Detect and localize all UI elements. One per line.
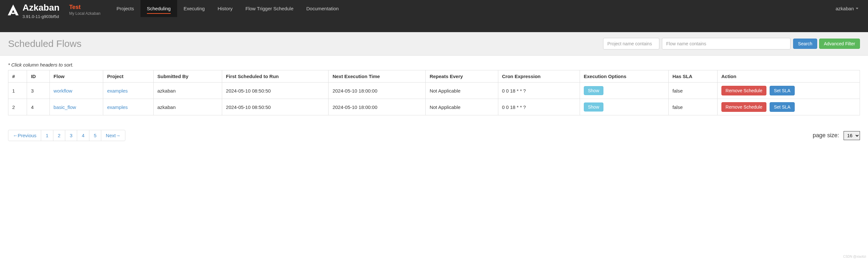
top-navbar: Azkaban 3.91.0-11-g903bf5d Test My Local… <box>0 0 868 32</box>
page-5[interactable]: 5 <box>89 130 101 141</box>
remove-schedule-button[interactable]: Remove Schedule <box>721 86 767 95</box>
flow-link[interactable]: basic_flow <box>54 104 76 110</box>
flow-filter-input[interactable] <box>662 38 790 50</box>
remove-schedule-button[interactable]: Remove Schedule <box>721 102 767 112</box>
nav-item-history[interactable]: History <box>211 0 239 17</box>
subheader: Scheduled Flows Search Advanced Filter <box>0 32 868 56</box>
instance-label: Test My Local Azkaban <box>69 0 100 16</box>
advanced-filter-button[interactable]: Advanced Filter <box>819 38 860 49</box>
brand-version: 3.91.0-11-g903bf5d <box>23 14 60 19</box>
table-row: 13workflowexamplesazkaban2024-05-10 08:5… <box>8 83 860 99</box>
nav-item-scheduling[interactable]: Scheduling <box>141 0 177 17</box>
footer: ←Previous12345Next→ page size: 16 <box>0 122 868 144</box>
page-1[interactable]: 1 <box>41 130 53 141</box>
nav-item-flow-trigger-schedule[interactable]: Flow Trigger Schedule <box>239 0 300 17</box>
schedule-table: #IDFlowProjectSubmitted ByFirst Schedule… <box>8 70 860 116</box>
sort-hint: * Click column headers to sort. <box>8 62 860 67</box>
page-next[interactable]: Next→ <box>101 130 125 141</box>
col-header[interactable]: Flow <box>50 70 103 83</box>
project-link[interactable]: examples <box>107 104 128 110</box>
col-header[interactable]: Next Execution Time <box>329 70 426 83</box>
page-2[interactable]: 2 <box>53 130 65 141</box>
user-menu[interactable]: azkaban <box>832 0 862 17</box>
col-header[interactable]: # <box>8 70 27 83</box>
azkaban-logo-icon <box>6 4 20 18</box>
col-header[interactable]: ID <box>27 70 50 83</box>
set-sla-button[interactable]: Set SLA <box>770 86 795 95</box>
nav-item-executing[interactable]: Executing <box>177 0 211 17</box>
page-size-label: page size: <box>813 132 839 139</box>
col-header[interactable]: Execution Options <box>580 70 669 83</box>
show-button[interactable]: Show <box>584 102 603 111</box>
col-header[interactable]: Project <box>103 70 153 83</box>
col-header[interactable]: Cron Expression <box>498 70 580 83</box>
page-size-select[interactable]: 16 <box>843 131 860 140</box>
project-filter-input[interactable] <box>603 38 659 50</box>
col-header[interactable]: First Scheduled to Run <box>222 70 329 83</box>
col-header[interactable]: Repeats Every <box>426 70 498 83</box>
col-header[interactable]: Submitted By <box>153 70 222 83</box>
nav-items: ProjectsSchedulingExecutingHistoryFlow T… <box>110 0 345 17</box>
flow-link[interactable]: workflow <box>54 88 72 94</box>
instance-name: Test <box>69 4 100 10</box>
table-row: 24basic_flowexamplesazkaban2024-05-10 08… <box>8 99 860 116</box>
user-name: azkaban <box>836 6 854 11</box>
col-header[interactable]: Has SLA <box>669 70 717 83</box>
pagination: ←Previous12345Next→ <box>8 130 125 141</box>
set-sla-button[interactable]: Set SLA <box>770 102 795 112</box>
page-4[interactable]: 4 <box>77 130 89 141</box>
brand-name: Azkaban <box>23 3 60 12</box>
page-title: Scheduled Flows <box>8 38 81 49</box>
instance-sub: My Local Azkaban <box>69 11 100 16</box>
project-link[interactable]: examples <box>107 88 128 94</box>
page-prev[interactable]: ←Previous <box>8 130 41 141</box>
page-3[interactable]: 3 <box>65 130 77 141</box>
search-button[interactable]: Search <box>793 38 817 49</box>
brand[interactable]: Azkaban 3.91.0-11-g903bf5d <box>6 0 60 22</box>
show-button[interactable]: Show <box>584 86 603 95</box>
col-header[interactable]: Action <box>717 70 860 83</box>
nav-item-projects[interactable]: Projects <box>110 0 141 17</box>
nav-item-documentation[interactable]: Documentation <box>300 0 345 17</box>
caret-down-icon <box>856 8 858 9</box>
